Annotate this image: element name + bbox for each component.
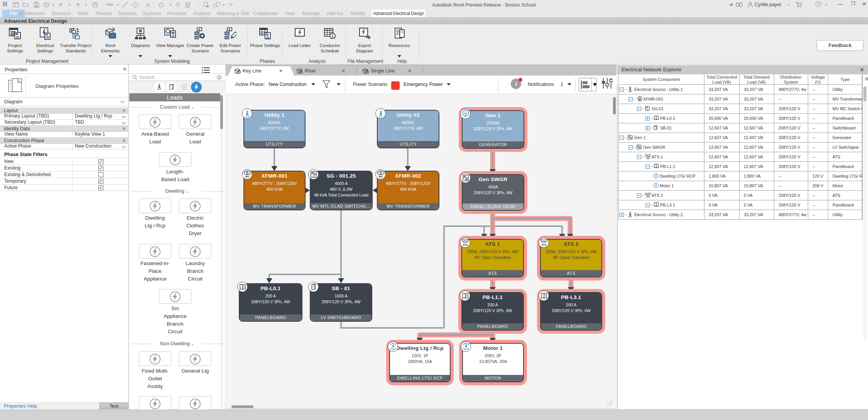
svg-text:A: A [146,2,150,8]
svg-text:1: 1 [135,3,137,7]
svg-text:G: G [464,112,467,116]
svg-text:ATS: ATS [646,157,650,160]
svg-text:ATS: ATS [463,244,468,246]
svg-text:ATS: ATS [646,196,650,198]
svg-text:MV: MV [245,175,249,178]
svg-text:MV: MV [638,99,642,101]
svg-text:MV: MV [378,175,383,178]
svg-text:ATS: ATS [541,244,546,246]
